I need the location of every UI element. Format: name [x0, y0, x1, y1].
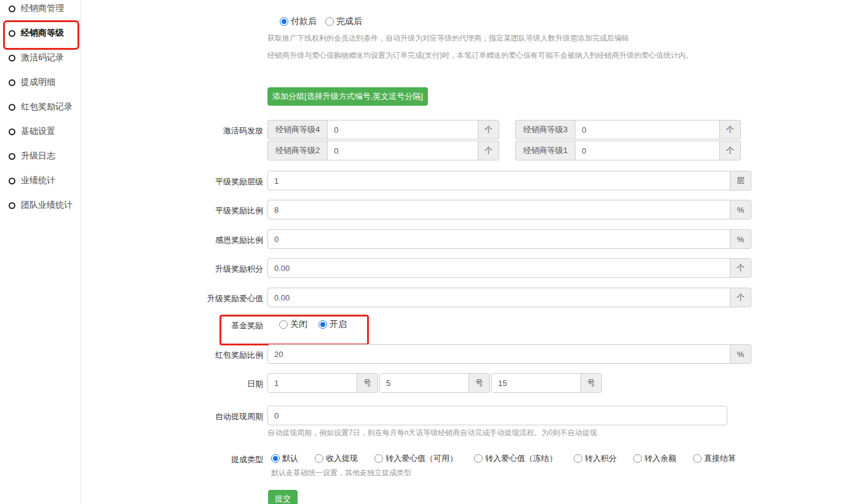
sidebar-item-basic-settings[interactable]: 基础设置 [0, 127, 81, 136]
sidebar-item-upgrade-log[interactable]: 升级日志 [0, 151, 81, 161]
sidebar-item-team-performance-stats[interactable]: 团队业绩统计 [0, 200, 81, 210]
gratitude-reward-ratio-row: 感恩奖励比例 % [81, 229, 751, 249]
radio-option-direct-settlement[interactable]: 直接结算 [693, 453, 736, 464]
circle-bullet-icon [9, 153, 15, 160]
radio-option-love-value-available[interactable]: 转入爱心值（可用） [374, 453, 457, 464]
radio-icon[interactable] [474, 454, 483, 463]
input-prefix: 经销商等级2 [267, 141, 327, 160]
upgrade-reward-love-value-input[interactable] [267, 288, 730, 307]
help-text: 自动提现周期，例如设置7日，则在每月每n天该等级经销商自动完成手动提现流程。为0… [267, 428, 727, 438]
input-suffix-unit: 个 [730, 288, 751, 307]
input-prefix: 经销商等级4 [267, 120, 327, 140]
sidebar-item-redpacket-reward-records[interactable]: 红包奖励记录 [0, 102, 81, 112]
field-label: 平级奖励比例 [81, 200, 267, 216]
sidebar-item-label: 基础设置 [21, 126, 55, 137]
sidebar-item-commission-details[interactable]: 提成明细 [0, 77, 81, 87]
input-suffix-unit: 号 [357, 373, 378, 393]
date-input-1[interactable] [267, 373, 357, 393]
pay-mode-row: 付款后 完成后 [81, 16, 362, 27]
help-text: 默认走基础统一设置，其他走独立提成类型 [267, 468, 736, 478]
input-suffix-unit: 个 [478, 120, 499, 140]
sidebar-item-label: 业绩统计 [21, 175, 55, 186]
circle-bullet-icon [9, 104, 15, 111]
help-text: 经销商升级与爱心值购物赠送均设置为订单完成(支付)时，本笔订单赠送的爱心值有可能… [267, 50, 693, 61]
date-row: 日期 号 号 号 [81, 373, 602, 393]
radio-option-income-withdraw[interactable]: 收入提现 [315, 453, 358, 464]
gratitude-reward-ratio-input[interactable] [267, 229, 730, 249]
sidebar-item-label: 团队业绩统计 [21, 200, 73, 211]
radio-option-after-payment[interactable]: 付款后 [280, 16, 317, 27]
radio-icon[interactable] [633, 454, 642, 463]
activation-code-row: 激活码发放 经销商等级4 个 经销商等级3 个 经销商等级2 个 经销商等级1 … [81, 120, 741, 160]
circle-bullet-icon [9, 202, 15, 209]
radio-icon[interactable] [279, 320, 288, 329]
input-suffix-unit: % [730, 200, 751, 219]
date-input-3[interactable] [491, 373, 581, 393]
radio-option-fund-on[interactable]: 开启 [318, 319, 347, 330]
input-prefix: 经销商等级1 [515, 141, 575, 160]
radio-icon[interactable] [280, 17, 288, 26]
help-text-love-value-note: 经销商升级与爱心值购物赠送均设置为订单完成(支付)时，本笔订单赠送的爱心值有可能… [81, 50, 693, 61]
radio-option-to-points[interactable]: 转入积分 [574, 453, 617, 464]
same-level-reward-layers-input[interactable] [267, 171, 730, 191]
add-group-row: 添加分组[选择升级方式编号,英文逗号分隔] [81, 87, 428, 106]
sidebar-item-label: 提成明细 [21, 77, 55, 88]
field-label: 激活码发放 [81, 120, 267, 136]
radio-icon[interactable] [374, 454, 383, 463]
input-suffix-unit: 号 [581, 373, 602, 393]
sidebar-item-label: 红包奖励记录 [21, 101, 73, 112]
radio-icon[interactable] [693, 454, 702, 463]
sidebar-item-label: 经销商管理 [21, 3, 64, 14]
radio-label: 转入爱心值（可用） [386, 453, 457, 464]
radio-option-to-balance[interactable]: 转入余额 [633, 453, 676, 464]
activation-level2-input[interactable] [327, 141, 478, 160]
field-label: 提成类型 [81, 453, 267, 465]
field-label: 自动提现周期 [81, 406, 267, 422]
sidebar-item-performance-stats[interactable]: 业绩统计 [0, 176, 81, 186]
circle-bullet-icon [9, 6, 15, 12]
input-suffix-unit: 层 [730, 171, 751, 191]
radio-option-love-value-frozen[interactable]: 转入爱心值（冻结） [474, 453, 557, 464]
input-suffix-unit: 个 [720, 141, 741, 160]
activation-level1-input[interactable] [575, 141, 720, 160]
activation-level3-input[interactable] [575, 120, 720, 140]
field-label: 平级奖励层级 [81, 171, 267, 187]
radio-icon[interactable] [271, 454, 280, 463]
radio-icon[interactable] [315, 454, 323, 463]
upgrade-reward-points-input[interactable] [267, 258, 730, 278]
input-suffix-unit: 个 [478, 141, 499, 160]
redpacket-reward-ratio-input[interactable] [267, 344, 730, 364]
fund-reward-row: 基金奖励 关闭 开启 [81, 319, 347, 331]
radio-option-after-completion[interactable]: 完成后 [325, 16, 362, 27]
activation-level1-group: 经销商等级1 个 [515, 141, 741, 160]
same-level-reward-ratio-input[interactable] [267, 200, 730, 219]
auto-withdraw-input[interactable] [267, 406, 727, 425]
field-label: 基金奖励 [81, 319, 267, 331]
add-group-button[interactable]: 添加分组[选择升级方式编号,英文逗号分隔] [267, 87, 428, 106]
radio-icon[interactable] [325, 17, 334, 26]
radio-option-default[interactable]: 默认 [271, 453, 298, 464]
input-suffix-unit: 个 [720, 120, 741, 140]
redpacket-reward-ratio-row: 红包奖励比例 % [81, 344, 751, 364]
submit-button[interactable]: 提交 [268, 490, 298, 504]
date-input-2[interactable] [379, 373, 469, 393]
sidebar-item-label: 经销商等级 [21, 28, 64, 39]
input-prefix: 经销商等级3 [515, 120, 575, 140]
circle-bullet-icon [9, 128, 15, 135]
same-level-reward-layers-row: 平级奖励层级 层 [81, 171, 751, 191]
sidebar-item-dealer-management[interactable]: 经销商管理 [0, 4, 81, 14]
sidebar-item-dealer-level[interactable]: 经销商等级 [0, 28, 81, 38]
sidebar: 经销商管理 经销商等级 激活码记录 提成明细 红包奖励记录 基础设置 升级日志 … [0, 0, 81, 504]
radio-label: 默认 [282, 453, 298, 464]
field-label: 升级奖励爱心值 [81, 288, 267, 304]
activation-level4-group: 经销商等级4 个 [267, 120, 499, 140]
activation-level2-group: 经销商等级2 个 [267, 141, 499, 160]
field-label: 日期 [81, 373, 267, 390]
radio-icon[interactable] [574, 454, 582, 463]
sidebar-item-activation-code-records[interactable]: 激活码记录 [0, 53, 81, 63]
activation-level4-input[interactable] [327, 120, 478, 140]
submit-row: 提交 [81, 490, 298, 504]
radio-option-fund-off[interactable]: 关闭 [279, 319, 307, 330]
radio-icon[interactable] [318, 320, 327, 329]
radio-label: 付款后 [291, 16, 317, 27]
